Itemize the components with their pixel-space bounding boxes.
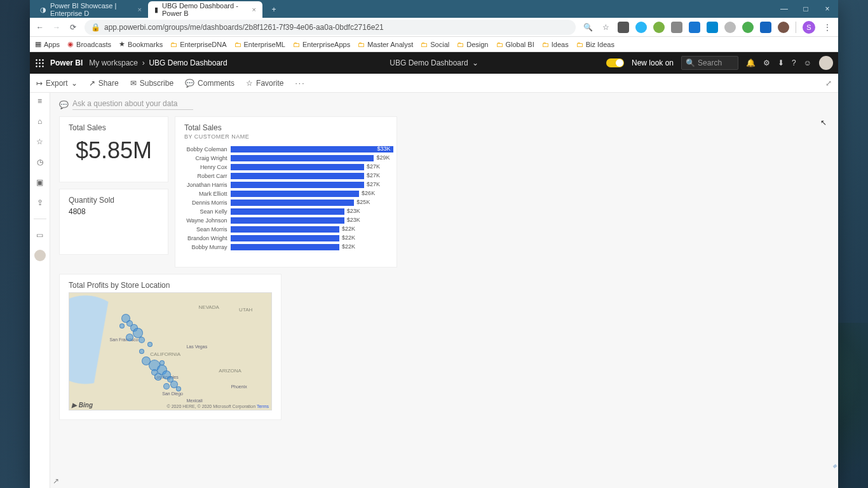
bar-category: Sean Kelly: [184, 208, 231, 215]
bar-category: Robert Carr: [184, 173, 231, 179]
download-icon[interactable]: ⬇: [778, 58, 784, 67]
map-credit: © 2020 HERE, © 2020 Microsoft Corporatio…: [167, 404, 269, 409]
extension-icon[interactable]: [778, 22, 789, 33]
bar-category: Bobby Murray: [184, 244, 231, 250]
header-title-dropdown[interactable]: UBG Demo Dashboard ⌄: [390, 58, 478, 67]
close-icon[interactable]: ×: [252, 6, 256, 13]
bookmark-item[interactable]: ◉ Broadcasts: [67, 40, 111, 48]
minimize-icon[interactable]: —: [773, 0, 795, 18]
extension-icon[interactable]: [707, 22, 718, 33]
bookmark-item[interactable]: 🗀 EnterpriseML: [234, 41, 285, 48]
extension-icon[interactable]: [653, 22, 665, 33]
nav-shared-icon[interactable]: ⇪: [34, 197, 46, 208]
nav-workspaces-icon[interactable]: ▭: [34, 229, 46, 241]
close-icon[interactable]: ×: [138, 6, 142, 13]
bar-category: Wayne Johnson: [184, 217, 231, 224]
tab-favicon: ▮: [154, 6, 158, 14]
fullscreen-icon[interactable]: ⤢: [825, 79, 832, 88]
bookmark-item[interactable]: 🗀 Master Analyst: [358, 41, 413, 48]
app-launcher-icon[interactable]: [35, 58, 44, 67]
extension-icon[interactable]: [760, 22, 771, 33]
zoom-icon[interactable]: 🔍: [582, 23, 593, 32]
extension-icon[interactable]: [724, 22, 736, 33]
qna-input[interactable]: 💬 Ask a question about your data: [59, 97, 829, 116]
bar-category: Mark Elliott: [184, 191, 231, 197]
bar-row: Wayne Johnson$23K: [184, 216, 388, 225]
tab-favicon: ◑: [40, 6, 46, 14]
new-tab-button[interactable]: +: [266, 3, 281, 18]
extension-icon[interactable]: [742, 22, 754, 33]
bookmark-item[interactable]: 🗀 Biz Ideas: [576, 41, 614, 48]
extension-icon[interactable]: [689, 22, 700, 33]
bar-value: $27K: [367, 181, 380, 187]
favorite-button[interactable]: ☆ Favorite: [246, 79, 283, 88]
feedback-icon[interactable]: ☺: [804, 58, 811, 67]
extension-icon[interactable]: [635, 22, 647, 33]
more-options[interactable]: ···: [295, 79, 305, 88]
bookmark-item[interactable]: 🗀 Ideas: [542, 41, 569, 48]
forward-icon[interactable]: →: [51, 23, 62, 32]
bookmark-item[interactable]: 🗀 EnterpriseApps: [293, 41, 350, 48]
comments-button[interactable]: 💬 Comments: [185, 79, 234, 88]
map-bubble: [151, 369, 158, 376]
browser-tab[interactable]: ◑ Power BI Showcase | Enterprise D ×: [34, 1, 148, 18]
nav-rail: ≡ ⌂ ☆ ◷ ▣ ⇪ ▭: [30, 93, 50, 488]
bar-value: $23K: [347, 217, 360, 223]
map-label: UTAH: [239, 307, 252, 313]
apps-button[interactable]: ▦ Apps: [35, 40, 60, 48]
bing-logo: ▶ Bing: [72, 402, 93, 409]
map-terms-link[interactable]: Terms: [257, 404, 269, 409]
tile-title: Total Sales: [69, 123, 159, 132]
breadcrumb[interactable]: My workspace › UBG Demo Dashboard: [89, 58, 227, 67]
extension-icon[interactable]: [618, 22, 629, 33]
notification-icon[interactable]: 🔔: [746, 58, 756, 67]
total-sales-by-customer-chart[interactable]: Total Sales BY CUSTOMER NAME Bobby Colem…: [175, 116, 397, 268]
nav-apps-icon[interactable]: ▣: [34, 177, 46, 188]
tile-title: Quantity Sold: [69, 196, 159, 205]
get-help-icon[interactable]: ↗: [53, 477, 59, 485]
close-window-icon[interactable]: ×: [817, 0, 838, 18]
bar-value: $33K: [377, 146, 390, 152]
nav-home-icon[interactable]: ⌂: [34, 116, 46, 127]
bar-value: $23K: [347, 208, 360, 214]
map-label: NEVADA: [199, 304, 219, 310]
bookmark-item[interactable]: 🗀 EnterpriseDNA: [170, 41, 226, 48]
nav-recent-icon[interactable]: ◷: [34, 156, 46, 168]
browser-tab-active[interactable]: ▮ UBG Demo Dashboard - Power B ×: [148, 1, 262, 18]
new-look-toggle[interactable]: [606, 58, 624, 67]
bookmark-item[interactable]: 🗀 Design: [457, 41, 488, 48]
share-button[interactable]: ↗ Share: [89, 79, 119, 88]
reload-icon[interactable]: ⟳: [68, 23, 78, 32]
map-bubble: [163, 383, 170, 390]
extension-icon[interactable]: [671, 22, 682, 33]
nav-my-workspace[interactable]: [34, 250, 46, 261]
settings-icon[interactable]: ⚙: [763, 58, 770, 67]
map-visual[interactable]: NEVADA UTAH CALIFORNIA ARIZONA San Franc…: [69, 292, 272, 410]
maximize-icon[interactable]: □: [795, 0, 817, 18]
export-button[interactable]: ↦ Export ⌄: [36, 79, 78, 88]
star-icon[interactable]: ☆: [600, 23, 611, 32]
chrome-menu-icon[interactable]: ⋮: [822, 23, 833, 32]
bookmark-item[interactable]: 🗀 Social: [421, 41, 449, 48]
help-icon[interactable]: ?: [792, 58, 796, 67]
chrome-profile[interactable]: S: [803, 21, 815, 34]
nav-hamburger-icon[interactable]: ≡: [34, 95, 46, 107]
search-input[interactable]: 🔍 Search: [681, 56, 738, 70]
new-look-label: New look on: [632, 58, 674, 67]
nav-favorites-icon[interactable]: ☆: [34, 136, 46, 147]
subscribe-button[interactable]: ✉ Subscribe: [130, 79, 173, 88]
total-profits-map-tile[interactable]: Total Profits by Store Location NEVADA U…: [59, 274, 281, 420]
back-icon[interactable]: ←: [35, 23, 45, 32]
dashboard-canvas: ↖ 💬 Ask a question about your data Total…: [50, 93, 838, 488]
url-input[interactable]: 🔒 app.powerbi.com/groups/me/dashboards/2…: [85, 20, 576, 35]
bar-row: Craig Wright$29K: [184, 154, 388, 163]
user-avatar[interactable]: [819, 56, 833, 70]
window-controls: — □ ×: [773, 0, 838, 18]
total-sales-card[interactable]: Total Sales $5.85M: [59, 116, 168, 182]
map-city: Mexicali: [186, 398, 202, 403]
tab-strip: ◑ Power BI Showcase | Enterprise D × ▮ U…: [30, 0, 838, 18]
bookmark-item[interactable]: ★ Bookmarks: [119, 40, 163, 48]
quantity-sold-card[interactable]: Quantity Sold 4808: [59, 189, 168, 255]
bookmark-item[interactable]: 🗀 Global BI: [496, 41, 534, 48]
chart-title: Total Sales: [184, 123, 388, 132]
